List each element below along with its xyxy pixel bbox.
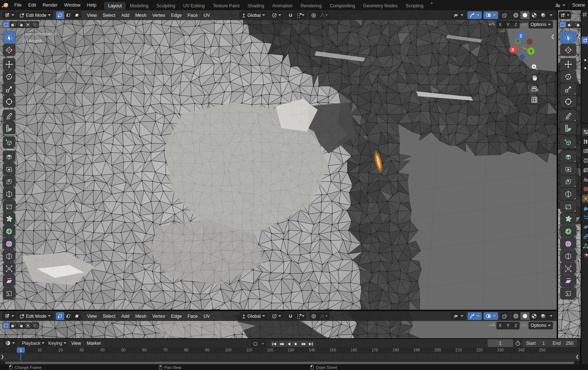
editor-type-button[interactable] — [559, 11, 571, 19]
properties-tab-view-layer[interactable] — [582, 166, 588, 174]
show-gizmo-toggle[interactable] — [467, 11, 482, 19]
viewport-menu-face[interactable]: Face — [184, 314, 201, 319]
tool-measure-button[interactable] — [3, 122, 15, 134]
tool-cursor-button[interactable] — [560, 44, 576, 56]
menu-render[interactable]: Render — [39, 3, 61, 8]
tool-rotate-button[interactable] — [560, 71, 576, 83]
show-object-types-dropdown[interactable] — [451, 312, 466, 320]
shading-material-preview-button[interactable] — [530, 312, 539, 320]
transform-orientation-selector[interactable]: Global — [239, 11, 267, 19]
tool-scale-button[interactable] — [3, 83, 15, 95]
tool-shrink-fatten-button[interactable] — [3, 263, 15, 275]
properties-tab-render[interactable] — [582, 147, 588, 155]
mirror-axis-z-toggle[interactable]: Z — [512, 21, 520, 29]
workspace-tab-geometry-nodes[interactable]: Geometry Nodes — [359, 2, 401, 10]
tool-spin-button[interactable] — [560, 225, 576, 237]
shading-wireframe-button[interactable] — [511, 312, 520, 320]
select-tool-mode-subtract[interactable] — [574, 22, 581, 28]
tool-transform-button[interactable] — [560, 95, 576, 107]
blender-logo-icon[interactable] — [0, 2, 11, 8]
outliner-filter-button[interactable] — [581, 37, 588, 44]
select-mode-face-button[interactable] — [73, 11, 81, 19]
viewport-menu-add[interactable]: Add — [118, 13, 132, 18]
select-tool-mode-extend[interactable] — [566, 22, 573, 28]
properties-tab-physics[interactable] — [582, 223, 588, 231]
next-keyframe-button[interactable] — [300, 341, 307, 347]
end-frame-field[interactable]: End250 — [549, 339, 577, 347]
tool-select-box-button[interactable] — [560, 31, 576, 44]
select-tool-mode-extend[interactable] — [10, 22, 17, 28]
viewport-menu-vertex[interactable]: Vertex — [149, 13, 168, 18]
mirror-axis-x-toggle[interactable]: X — [496, 322, 504, 329]
add-workspace-button[interactable]: + — [427, 1, 436, 10]
camera-view-icon[interactable] — [530, 84, 539, 94]
timeline-collapse-icon[interactable]: ❮ — [576, 354, 579, 359]
tool-transform-button[interactable] — [3, 95, 15, 107]
mirror-axis-x-toggle[interactable]: X — [496, 21, 504, 29]
menu-file[interactable]: File — [11, 3, 25, 8]
select-tool-mode-intersect[interactable] — [32, 22, 39, 28]
mirror-axis-z-toggle[interactable]: Z — [512, 322, 520, 329]
editor-type-button[interactable] — [2, 312, 16, 320]
editor-type-button[interactable] — [2, 11, 16, 19]
tool-select-box-button[interactable] — [3, 31, 15, 44]
timeline-editor[interactable]: Playback Keying ViewMarker1Start1End250 … — [0, 338, 580, 364]
select-tool-mode-invert[interactable] — [24, 22, 31, 28]
mode-selector[interactable]: Edit Mode — [17, 11, 53, 19]
select-tool-mode-intersect[interactable] — [32, 322, 39, 329]
tool-shrink-fatten-button[interactable] — [560, 263, 576, 275]
workspace-tab-shading[interactable]: Shading — [244, 2, 268, 10]
mirror-axis-y-toggle[interactable]: Y — [504, 21, 512, 29]
timeline-menu-marker[interactable]: Marker — [84, 341, 104, 346]
properties-tab-object[interactable] — [582, 195, 588, 203]
tool-knife-button[interactable] — [3, 200, 15, 212]
shading-dropdown[interactable] — [548, 312, 554, 320]
scrollbar-thumb[interactable] — [5, 362, 574, 364]
select-tool-mode-subtract[interactable] — [17, 322, 24, 329]
auto-keying-toggle[interactable] — [251, 340, 260, 348]
properties-tab-tool-settings[interactable] — [582, 128, 588, 136]
timeline-ruler[interactable]: 1020304050607080901001101201301401501601… — [0, 347, 580, 353]
tool-annotate-button[interactable] — [560, 110, 576, 122]
tool-bevel-button[interactable] — [3, 175, 15, 188]
pivot-point-selector[interactable] — [270, 312, 283, 320]
tool-smooth-button[interactable] — [3, 238, 15, 250]
viewport-menu-uv[interactable]: UV — [201, 13, 213, 18]
show-gizmo-toggle[interactable] — [467, 312, 482, 320]
viewport-menu-view[interactable]: View — [84, 314, 100, 319]
viewport-menu-add[interactable]: Add — [118, 314, 132, 319]
properties-tab-scene[interactable] — [582, 175, 588, 184]
viewport-menu-view[interactable]: View — [84, 13, 100, 18]
select-mode-face-button[interactable] — [73, 312, 81, 320]
snap-magnet-toggle[interactable] — [286, 312, 295, 320]
snap-target-selector[interactable] — [295, 312, 306, 320]
workspace-tab-layout[interactable]: Layout — [104, 2, 126, 10]
toggle-xray-button[interactable] — [500, 11, 509, 19]
tool-bevel-button[interactable] — [560, 175, 576, 188]
properties-tab-object-data[interactable] — [582, 242, 588, 250]
timeline-editor-type-button[interactable] — [3, 339, 17, 347]
menu-window[interactable]: Window — [61, 3, 84, 8]
tool-shear-button[interactable] — [3, 275, 15, 287]
menu-edit[interactable]: Edit — [25, 3, 39, 8]
tool-inset-faces-button[interactable] — [560, 163, 576, 175]
tool-poly-build-button[interactable] — [560, 213, 576, 225]
tool-measure-button[interactable] — [560, 122, 576, 134]
properties-tab-particles[interactable] — [582, 214, 588, 222]
tool-scale-button[interactable] — [560, 83, 576, 95]
viewport-menu-mesh[interactable]: Mesh — [132, 13, 149, 18]
tool-edge-slide-button[interactable] — [560, 250, 576, 262]
viewport-menu-face[interactable]: Face — [184, 13, 201, 18]
scene-name[interactable]: Scene — [572, 3, 585, 8]
tool-poly-build-button[interactable] — [3, 213, 15, 225]
sidebar-collapse-icon[interactable]: ❮ — [551, 34, 555, 39]
viewport-menu-select[interactable]: Select — [100, 13, 118, 18]
proportional-falloff-selector[interactable] — [318, 312, 330, 320]
proportional-editing-toggle[interactable] — [309, 11, 318, 19]
tool-edge-slide-button[interactable] — [3, 250, 15, 262]
workspace-tab-sculpting[interactable]: Sculpting — [152, 2, 179, 10]
workspace-tab-rendering[interactable]: Rendering — [297, 2, 326, 10]
options-dropdown[interactable]: Options — [528, 21, 553, 29]
show-object-types-dropdown[interactable] — [451, 11, 466, 19]
tool-loop-cut-button[interactable] — [3, 188, 15, 200]
